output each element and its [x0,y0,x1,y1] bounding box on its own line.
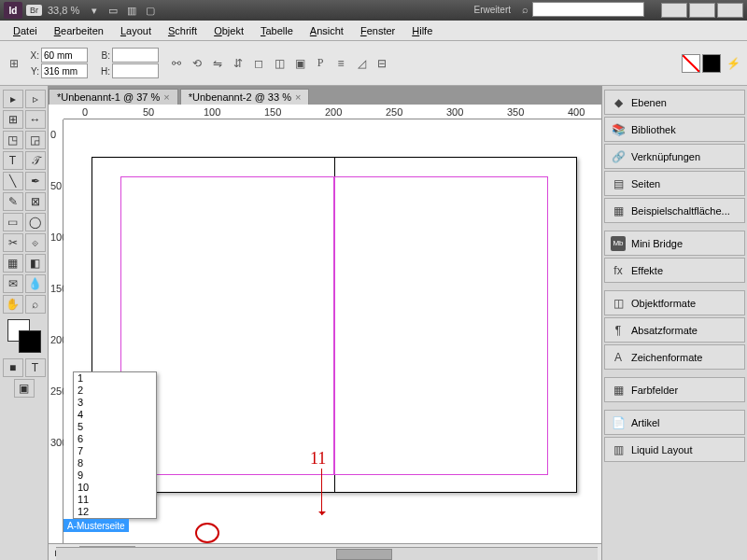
panel-liquidlayout[interactable]: ▥Liquid Layout [604,437,745,462]
arrange-icon[interactable]: ▥ [123,2,140,19]
page-option[interactable]: 4 [74,409,156,421]
panel-minibridge[interactable]: MbMini Bridge [604,231,745,256]
master-page-selected[interactable]: A-Musterseite [63,519,129,532]
pencil-tool[interactable]: ✎ [3,192,23,211]
type-tool[interactable]: T [3,151,23,170]
stroke-swatch[interactable] [702,54,721,73]
panel-label: Bibliothek [631,124,676,135]
align-icon[interactable]: ⊟ [374,55,390,72]
transform-tool[interactable]: ⟐ [25,233,46,252]
scissors-tool[interactable]: ✂ [3,233,23,252]
doc-tab-1[interactable]: *Unbenannt-1 @ 37 %× [49,89,178,105]
link-icon[interactable]: ⚯ [168,55,185,72]
panel-verknpfungen[interactable]: 🔗Verknüpfungen [604,144,745,169]
screen-icon[interactable]: ▢ [142,2,159,19]
panel-bibliothek[interactable]: 📚Bibliothek [604,117,745,142]
horizontal-scrollbar[interactable] [56,547,598,560]
page-option[interactable]: 11 [74,494,156,506]
panel-objektformate[interactable]: ◫Objektformate [604,290,745,315]
wrap-icon[interactable]: ≡ [332,55,349,72]
panel-ebenen[interactable]: ◆Ebenen [604,90,745,115]
select-content-icon[interactable]: ◫ [271,55,288,72]
zoom-display[interactable]: 33,8 % [48,5,79,16]
frame-tool[interactable]: ⊠ [25,192,46,211]
ref-point-icon[interactable]: ⊞ [6,55,22,72]
flip-h-icon[interactable]: ⇋ [209,55,226,72]
flip-v-icon[interactable]: ⇵ [230,55,247,72]
close-button[interactable]: ✕ [717,3,743,18]
fit-icon[interactable]: ▣ [291,55,308,72]
panel-icon: ¶ [611,323,626,338]
page-option[interactable]: 12 [74,506,156,518]
gradient-tool[interactable]: ▦ [3,254,23,273]
menu-hilfe[interactable]: Hilfe [404,22,440,39]
workspace-selector[interactable]: Erweitert [474,5,511,15]
y-input[interactable] [41,63,88,78]
panel-effekte[interactable]: fxEffekte [604,258,745,283]
page-navigator-popup[interactable]: 123456789101112 [73,371,157,519]
selection-tool[interactable]: ▸ [3,90,23,108]
bridge-badge[interactable]: Br [26,5,42,16]
note-tool[interactable]: ✉ [3,274,23,293]
view-icon[interactable]: ▭ [105,2,121,19]
rectangle-tool[interactable]: ▭ [3,213,23,231]
page-option[interactable]: 1 [74,372,156,385]
page-option[interactable]: 3 [74,397,156,409]
maximize-button[interactable]: □ [689,3,715,18]
h-input[interactable] [112,63,159,78]
apply-none-icon[interactable]: T [25,358,46,377]
menu-ansicht[interactable]: Ansicht [303,22,351,39]
menu-layout[interactable]: Layout [113,22,159,39]
page-option[interactable]: 9 [74,469,156,482]
ellipse-tool[interactable]: ◯ [25,213,46,231]
content-placer-tool[interactable]: ◲ [25,131,46,149]
zoom-tool[interactable]: ⌕ [25,295,46,314]
doc-tab-2[interactable]: *Unbenannt-2 @ 33 %× [180,89,310,105]
type-path-tool[interactable]: 𝒯 [25,151,46,170]
line-tool[interactable]: ╲ [3,172,23,190]
panel-artikel[interactable]: 📄Artikel [604,410,745,435]
close-tab-icon[interactable]: × [295,91,301,103]
direct-selection-tool[interactable]: ▹ [25,90,46,108]
fill-stroke-control[interactable] [7,319,41,353]
apply-color-icon[interactable]: ■ [3,358,23,377]
panel-farbfelder[interactable]: ▦Farbfelder [604,377,745,402]
page-option[interactable]: 10 [74,482,156,494]
page-option[interactable]: 5 [74,421,156,433]
search-input[interactable] [532,2,644,17]
content-tool[interactable]: ◳ [3,131,23,149]
x-input[interactable] [41,48,88,63]
rotate-icon[interactable]: ⟲ [189,55,205,72]
menu-bearbeiten[interactable]: Bearbeiten [47,22,111,39]
hand-tool[interactable]: ✋ [3,295,23,314]
menu-fenster[interactable]: Fenster [353,22,402,39]
p-icon[interactable]: P [312,55,329,72]
corner-icon[interactable]: ◿ [353,55,370,72]
minimize-button[interactable]: — [661,3,687,18]
w-input[interactable] [112,48,159,63]
quick-apply-icon[interactable]: ⚡ [725,55,741,72]
panel-beispielschaltflche[interactable]: ▦Beispielschaltfläche... [604,198,745,223]
panel-zeichenformate[interactable]: AZeichenformate [604,344,745,370]
fill-swatch[interactable] [682,54,700,73]
gap-tool[interactable]: ↔ [25,110,46,129]
menu-tabelle[interactable]: Tabelle [253,22,301,39]
page-option[interactable]: 8 [74,457,156,469]
menu-schrift[interactable]: Schrift [161,22,204,39]
view-mode-normal[interactable]: ▣ [14,379,35,398]
panel-absatzformate[interactable]: ¶Absatzformate [604,317,745,343]
page-spread[interactable] [92,157,577,493]
dropdown-icon[interactable]: ▾ [86,2,103,19]
close-tab-icon[interactable]: × [163,91,169,103]
gradient-feather-tool[interactable]: ◧ [25,254,46,273]
page-option[interactable]: 2 [74,385,156,397]
select-container-icon[interactable]: ◻ [250,55,267,72]
eyedropper-tool[interactable]: 💧 [25,274,46,293]
page-tool[interactable]: ⊞ [3,110,23,129]
page-option[interactable]: 7 [74,445,156,457]
panel-seiten[interactable]: ▤Seiten [604,171,745,196]
page-option[interactable]: 6 [74,433,156,445]
pen-tool[interactable]: ✒ [25,172,46,190]
menu-datei[interactable]: Datei [6,22,45,39]
menu-objekt[interactable]: Objekt [206,22,251,39]
